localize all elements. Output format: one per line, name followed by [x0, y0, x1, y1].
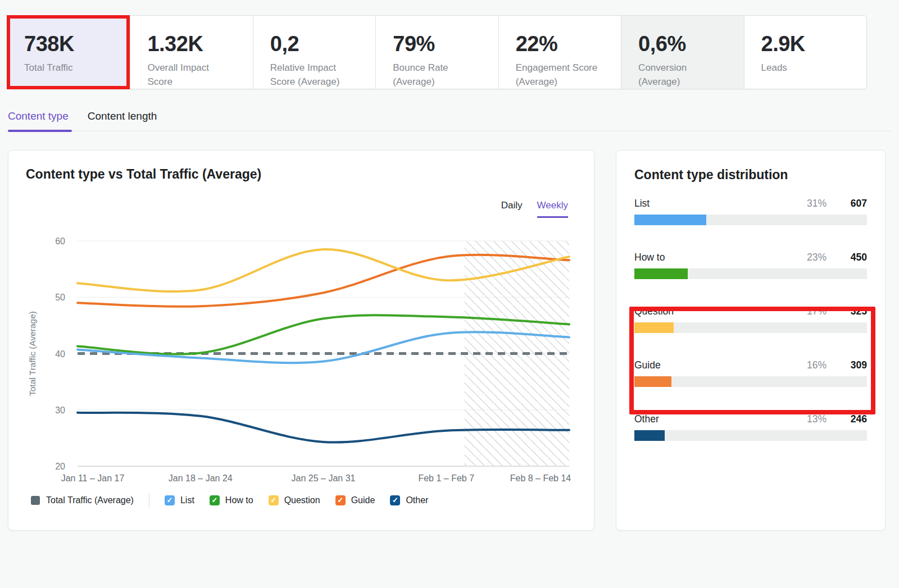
- checkbox-icon[interactable]: ✓: [165, 495, 175, 505]
- tab-content-type[interactable]: Content type: [8, 110, 70, 131]
- kpi-label: Overall Impact Score: [147, 61, 235, 89]
- distribution-bar-track: [634, 268, 867, 279]
- distribution-row-other: Other13%246: [634, 413, 867, 441]
- distribution-title: Content type distribution: [634, 167, 867, 183]
- legend-average: Total Traffic (Average): [31, 495, 134, 505]
- legend-divider: [149, 493, 149, 508]
- chart-legend: Total Traffic (Average)✓List✓How to✓Ques…: [31, 492, 428, 509]
- distribution-value: 246: [827, 413, 867, 425]
- legend-item-question[interactable]: ✓Question: [269, 495, 320, 505]
- svg-text:40: 40: [55, 349, 65, 359]
- kpi-card-relative-impact-score-average-[interactable]: 0,2Relative Impact Score (Average): [253, 16, 375, 89]
- tab-content-length[interactable]: Content length: [88, 110, 158, 131]
- checkbox-icon[interactable]: ✓: [390, 495, 400, 505]
- dashboard-page: 738KTotal Traffic1.32KOverall Impact Sco…: [0, 15, 899, 588]
- distribution-value: 450: [827, 252, 867, 263]
- svg-text:Jan 11 – Jan 17: Jan 11 – Jan 17: [61, 473, 125, 483]
- kpi-row: 738KTotal Traffic1.32KOverall Impact Sco…: [7, 15, 867, 89]
- main-cards: Content type vs Total Traffic (Average) …: [8, 150, 899, 531]
- toggle-weekly[interactable]: Weekly: [537, 200, 568, 218]
- kpi-card-overall-impact-score[interactable]: 1.32KOverall Impact Score: [130, 16, 252, 89]
- kpi-value: 738K: [24, 31, 112, 56]
- kpi-card-conversion-average-[interactable]: 0,6%Conversion (Average): [621, 16, 743, 89]
- distribution-label: Other: [634, 413, 793, 425]
- legend-item-label: List: [180, 495, 194, 505]
- svg-text:30: 30: [55, 405, 65, 415]
- svg-text:Jan 18 – Jan 24: Jan 18 – Jan 24: [169, 473, 233, 483]
- svg-text:50: 50: [55, 293, 65, 302]
- legend-item-label: How to: [225, 495, 253, 505]
- distribution-percent: 23%: [793, 252, 827, 263]
- svg-text:60: 60: [55, 236, 65, 246]
- legend-item-other[interactable]: ✓Other: [390, 495, 428, 505]
- distribution-bar-track: [634, 215, 867, 225]
- svg-text:Feb 8 – Feb 14: Feb 8 – Feb 14: [510, 473, 571, 483]
- distribution-row-line: How to23%450: [634, 252, 867, 266]
- legend-item-guide[interactable]: ✓Guide: [335, 495, 375, 505]
- kpi-value: 22%: [516, 31, 604, 56]
- svg-text:Feb 1 – Feb 7: Feb 1 – Feb 7: [418, 473, 474, 483]
- kpi-label: Conversion (Average): [638, 61, 727, 89]
- kpi-card-bounce-rate-average-[interactable]: 79%Bounce Rate (Average): [375, 16, 498, 89]
- chart-title: Content type vs Total Traffic (Average): [26, 167, 261, 182]
- legend-average-label: Total Traffic (Average): [46, 495, 134, 505]
- average-swatch: [31, 496, 40, 505]
- distribution-row-list: List31%607: [634, 198, 867, 225]
- distribution-value: 607: [827, 198, 867, 209]
- kpi-label: Engagement Score (Average): [516, 61, 604, 89]
- toggle-daily[interactable]: Daily: [501, 200, 523, 218]
- kpi-value: 0,2: [270, 31, 358, 56]
- checkbox-icon[interactable]: ✓: [269, 495, 279, 505]
- highlight-box-question-guide: [629, 307, 875, 414]
- kpi-card-total-traffic[interactable]: 738KTotal Traffic: [7, 15, 130, 89]
- checkbox-icon[interactable]: ✓: [335, 495, 346, 505]
- legend-item-label: Question: [284, 495, 320, 505]
- kpi-label: Total Traffic: [24, 61, 112, 75]
- legend-item-how-to[interactable]: ✓How to: [210, 495, 253, 505]
- legend-item-label: Guide: [351, 495, 375, 505]
- kpi-label: Leads: [761, 61, 850, 75]
- distribution-percent: 31%: [793, 198, 827, 209]
- svg-text:20: 20: [55, 462, 65, 471]
- checkbox-icon[interactable]: ✓: [210, 495, 220, 505]
- distribution-label: List: [634, 198, 793, 209]
- distribution-bar-track: [634, 430, 867, 441]
- distribution-bar-fill: [634, 268, 688, 279]
- kpi-label: Bounce Rate (Average): [393, 61, 481, 89]
- kpi-label: Relative Impact Score (Average): [270, 61, 358, 89]
- kpi-value: 1.32K: [147, 31, 235, 56]
- kpi-value: 0,6%: [638, 31, 727, 56]
- distribution-percent: 13%: [793, 413, 827, 425]
- distribution-label: How to: [634, 252, 793, 263]
- chart-card: Content type vs Total Traffic (Average) …: [8, 150, 594, 531]
- legend-item-list[interactable]: ✓List: [165, 495, 194, 505]
- kpi-card-engagement-score-average-[interactable]: 22%Engagement Score (Average): [498, 16, 621, 89]
- svg-text:Jan 25 – Jan 31: Jan 25 – Jan 31: [292, 473, 356, 483]
- content-tabs: Content type Content length: [8, 110, 891, 131]
- distribution-row-how-to: How to23%450: [634, 252, 867, 279]
- svg-text:Total Traffic (Average): Total Traffic (Average): [28, 311, 37, 396]
- distribution-bar-fill: [634, 215, 706, 225]
- kpi-value: 2.9K: [761, 31, 850, 56]
- kpi-value: 79%: [393, 31, 481, 56]
- kpi-card-leads[interactable]: 2.9KLeads: [744, 16, 866, 89]
- distribution-row-line: Other13%246: [634, 413, 867, 428]
- legend-item-label: Other: [406, 495, 428, 505]
- distribution-bar-fill: [634, 430, 665, 441]
- line-chart: 6050403020Total Traffic (Average)Jan 11 …: [8, 224, 595, 493]
- distribution-row-line: List31%607: [634, 198, 867, 212]
- granularity-toggle: Daily Weekly: [501, 200, 568, 218]
- distribution-card: Content type distribution List31%607How …: [616, 150, 886, 531]
